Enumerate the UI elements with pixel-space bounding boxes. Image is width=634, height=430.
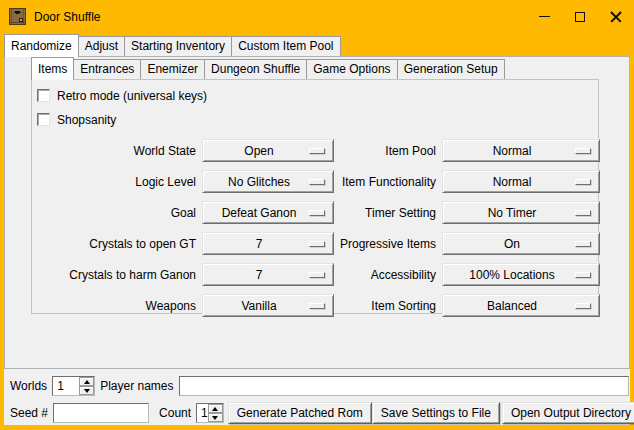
dropdown-crystals-ganon[interactable]: 7 [202, 263, 334, 286]
count-spinner[interactable]: 1 [196, 403, 224, 423]
crystals-ganon-label: Crystals to harm Ganon [38, 268, 198, 282]
retro-mode-row: Retro mode (universal keys) [37, 88, 598, 103]
worlds-label: Worlds [8, 379, 49, 393]
goal-value: Defeat Ganon [203, 206, 309, 220]
count-spin-down-button[interactable] [208, 413, 223, 422]
dropdown-indicator-icon [575, 272, 591, 278]
arrow-down-icon [84, 389, 90, 393]
progressive-items-label: Progressive Items [338, 237, 438, 251]
dropdown-logic-level[interactable]: No Glitches [202, 170, 334, 193]
seed-label: Seed # [8, 406, 50, 420]
tab-enemizer[interactable]: Enemizer [141, 59, 205, 79]
sub-tab-bar: Items Entrances Enemizer Dungeon Shuffle… [31, 57, 629, 79]
tab-items[interactable]: Items [31, 57, 74, 80]
dropdown-progressive-items[interactable]: On [442, 232, 600, 255]
open-output-directory-button[interactable]: Open Output Directory [502, 402, 634, 424]
dropdown-world-state[interactable]: Open [202, 139, 334, 162]
seed-row: Seed # Count 1 Generate Patched Rom Save… [8, 402, 629, 424]
titlebar: Door Shuffle [0, 0, 634, 33]
dropdown-indicator-icon [309, 210, 325, 216]
tab-randomize[interactable]: Randomize [4, 34, 79, 57]
settings-grid: World State Open Item Pool Normal Logic … [38, 135, 598, 321]
tab-entrances[interactable]: Entrances [74, 59, 141, 79]
worlds-row: Worlds 1 Player names [8, 376, 629, 396]
tab-starting-inventory[interactable]: Starting Inventory [125, 36, 232, 56]
count-spin-up-button[interactable] [208, 404, 223, 413]
dropdown-indicator-icon [309, 148, 325, 154]
worlds-spinner[interactable]: 1 [52, 376, 95, 396]
dropdown-indicator-icon [309, 272, 325, 278]
items-pane: Retro mode (universal keys) Shopsanity W… [31, 79, 599, 314]
weapons-label: Weapons [38, 299, 198, 313]
player-names-input[interactable] [179, 376, 630, 396]
timer-setting-label: Timer Setting [338, 206, 438, 220]
shopsanity-row: Shopsanity [37, 112, 598, 127]
timer-setting-value: No Timer [443, 206, 575, 220]
generate-patched-rom-button[interactable]: Generate Patched Rom [228, 402, 372, 424]
weapons-value: Vanilla [203, 299, 309, 313]
logic-level-value: No Glitches [203, 175, 309, 189]
arrow-up-icon [212, 407, 218, 411]
dropdown-indicator-icon [575, 210, 591, 216]
randomize-pane: Items Entrances Enemizer Dungeon Shuffle… [4, 56, 630, 369]
world-state-label: World State [38, 144, 198, 158]
bottom-bar: Worlds 1 Player names Seed # Count 1 [4, 369, 630, 425]
item-functionality-value: Normal [443, 175, 575, 189]
progressive-items-value: On [443, 237, 575, 251]
dropdown-item-functionality[interactable]: Normal [442, 170, 600, 193]
dropdown-item-sorting[interactable]: Balanced [442, 294, 600, 317]
retro-mode-checkbox[interactable] [37, 89, 50, 102]
retro-mode-label: Retro mode (universal keys) [57, 88, 207, 103]
shopsanity-label: Shopsanity [57, 112, 116, 127]
item-sorting-label: Item Sorting [338, 299, 438, 313]
item-pool-label: Item Pool [338, 144, 438, 158]
crystals-gt-label: Crystals to open GT [38, 237, 198, 251]
dropdown-crystals-gt[interactable]: 7 [202, 232, 334, 255]
tab-dungeon-shuffle[interactable]: Dungeon Shuffle [205, 59, 307, 79]
dropdown-indicator-icon [309, 303, 325, 309]
dropdown-goal[interactable]: Defeat Ganon [202, 201, 334, 224]
item-functionality-label: Item Functionality [338, 175, 438, 189]
accessibility-label: Accessibility [338, 268, 438, 282]
close-icon [610, 11, 622, 23]
goal-label: Goal [38, 206, 198, 220]
door-icon [9, 8, 26, 25]
count-value: 1 [197, 404, 208, 422]
worlds-spin-down-button[interactable] [79, 386, 94, 395]
world-state-value: Open [203, 144, 309, 158]
save-settings-button[interactable]: Save Settings to File [372, 402, 500, 424]
dropdown-indicator-icon [575, 179, 591, 185]
close-button[interactable] [598, 0, 634, 33]
shopsanity-checkbox[interactable] [37, 113, 50, 126]
window-title: Door Shuffle [34, 10, 101, 24]
dropdown-indicator-icon [575, 241, 591, 247]
dropdown-timer-setting[interactable]: No Timer [442, 201, 600, 224]
tab-custom-item-pool[interactable]: Custom Item Pool [232, 36, 340, 56]
tab-game-options[interactable]: Game Options [307, 59, 397, 79]
worlds-spinner-arrows [79, 377, 94, 395]
logic-level-label: Logic Level [38, 175, 198, 189]
worlds-spin-up-button[interactable] [79, 377, 94, 386]
maximize-button[interactable] [562, 0, 598, 33]
item-sorting-value: Balanced [443, 299, 575, 313]
count-label: Count [157, 406, 193, 420]
item-pool-value: Normal [443, 144, 575, 158]
minimize-icon [539, 16, 550, 17]
tab-generation-setup[interactable]: Generation Setup [398, 59, 505, 79]
seed-input[interactable] [53, 403, 149, 423]
dropdown-indicator-icon [309, 179, 325, 185]
maximize-icon [575, 12, 585, 22]
tab-adjust[interactable]: Adjust [79, 36, 125, 56]
count-spinner-arrows [208, 404, 223, 422]
dropdown-accessibility[interactable]: 100% Locations [442, 263, 600, 286]
app-window: Door Shuffle Randomize Adjust Starting I… [0, 0, 634, 430]
dropdown-item-pool[interactable]: Normal [442, 139, 600, 162]
client-area: Randomize Adjust Starting Inventory Cust… [4, 33, 630, 425]
dropdown-indicator-icon [575, 148, 591, 154]
main-tab-bar: Randomize Adjust Starting Inventory Cust… [4, 33, 630, 56]
dropdown-indicator-icon [309, 241, 325, 247]
arrow-down-icon [212, 416, 218, 420]
crystals-ganon-value: 7 [203, 268, 309, 282]
dropdown-weapons[interactable]: Vanilla [202, 294, 334, 317]
minimize-button[interactable] [526, 0, 562, 33]
